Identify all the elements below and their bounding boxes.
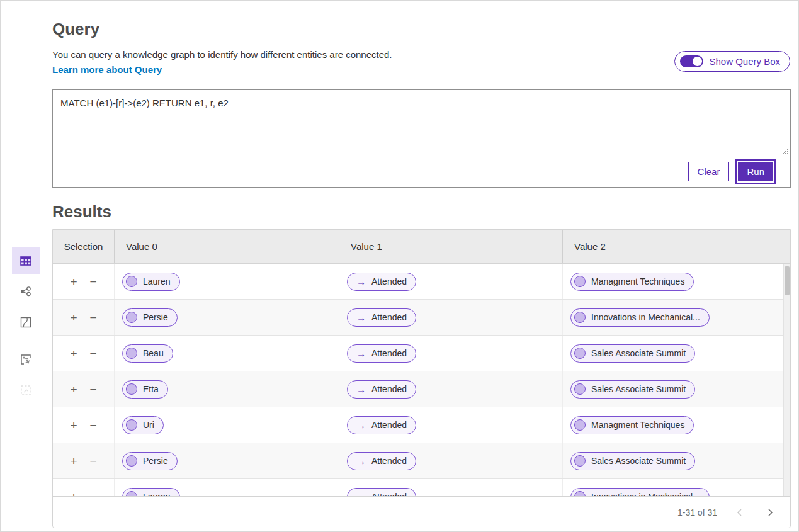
entity-pill[interactable]: Uri	[122, 416, 164, 434]
table-scrollbar[interactable]	[783, 264, 790, 496]
value1-cell: → Attended	[339, 336, 563, 371]
relationship-label: Attended	[371, 492, 407, 496]
next-page-button[interactable]	[762, 505, 778, 520]
selection-cell: + −	[53, 264, 115, 299]
entity-pill[interactable]: Sales Associate Summit	[570, 344, 695, 363]
entity-pill[interactable]: Sales Associate Summit	[570, 452, 695, 470]
query-input[interactable]: MATCH (e1)-[r]->(e2) RETURN e1, r, e2	[53, 90, 790, 156]
entity-node-icon	[574, 455, 586, 467]
entity-pill[interactable]: Managment Techniques	[570, 416, 694, 434]
clear-button[interactable]: Clear	[688, 162, 730, 181]
entity-label: Uri	[143, 420, 154, 430]
relationship-label: Attended	[371, 312, 407, 322]
link-chart-icon	[19, 285, 33, 298]
value1-cell: → Attended	[339, 371, 563, 407]
remove-from-selection-button[interactable]: −	[89, 418, 98, 433]
remove-from-selection-button[interactable]: −	[89, 274, 98, 289]
toggle-label: Show Query Box	[709, 56, 780, 67]
add-to-selection-button[interactable]: +	[69, 274, 78, 289]
relationship-pill[interactable]: → Attended	[347, 344, 416, 363]
entity-pill[interactable]: Etta	[122, 380, 168, 399]
relationship-arrow-icon: →	[356, 384, 366, 395]
remove-from-selection-button[interactable]: −	[89, 310, 98, 325]
value2-cell: Managment Techniques	[563, 264, 790, 299]
entity-node-icon	[574, 276, 586, 287]
relationship-pill[interactable]: → Attended	[347, 308, 416, 327]
relationship-pill[interactable]: → Attended	[347, 416, 416, 434]
table-row: + − Etta → Attended Sales Associate Summ…	[53, 371, 790, 407]
previous-page-button[interactable]	[732, 505, 747, 520]
entity-node-icon	[574, 383, 586, 395]
entity-pill[interactable]: Persie	[122, 308, 178, 327]
remove-from-selection-button[interactable]: −	[89, 490, 98, 497]
relationship-arrow-icon: →	[356, 276, 366, 287]
map-icon	[19, 315, 33, 329]
results-panel: Selection Value 0 Value 1 Value 2 + − La…	[52, 229, 791, 528]
add-to-selection-button[interactable]: +	[69, 418, 78, 433]
sidebar-item-table-view[interactable]	[12, 247, 40, 274]
table-row: + − Beau → Attended Sales Associate Summ…	[53, 336, 790, 371]
sidebar-item-new-map	[12, 376, 40, 404]
table-scrollbar-thumb[interactable]	[785, 266, 790, 295]
chevron-right-icon	[765, 507, 775, 518]
resize-handle-icon[interactable]	[781, 147, 789, 154]
add-to-selection-button[interactable]: +	[69, 346, 78, 361]
table-row: + − Lauren → Attended Managment Techniqu…	[53, 264, 790, 300]
relationship-pill[interactable]: → Attended	[347, 452, 416, 470]
results-table-body: + − Lauren → Attended Managment Techniqu…	[53, 264, 790, 496]
show-query-box-toggle[interactable]: Show Query Box	[674, 51, 790, 72]
table-row: + − Uri → Attended Managment Techniques	[53, 407, 790, 443]
entity-label: Lauren	[143, 276, 171, 286]
relationship-arrow-icon: →	[356, 420, 366, 431]
table-row: + − Lauren → Attended Innovations in Mec…	[53, 479, 790, 496]
entity-pill[interactable]: Persie	[122, 452, 178, 470]
learn-more-link[interactable]: Learn more about Query	[52, 64, 162, 75]
value0-cell: Uri	[115, 407, 339, 443]
remove-from-selection-button[interactable]: −	[89, 382, 98, 397]
entity-label: Managment Techniques	[591, 276, 684, 286]
value0-cell: Etta	[115, 371, 339, 407]
sidebar-item-map-view[interactable]	[12, 308, 40, 336]
relationship-pill[interactable]: → Attended	[347, 273, 416, 291]
entity-node-icon	[574, 491, 586, 496]
sidebar-divider	[13, 341, 38, 341]
new-link-chart-icon	[19, 353, 33, 366]
pagination-range: 1-31 of 31	[677, 507, 717, 518]
selection-cell: + −	[53, 371, 115, 407]
value2-cell: Sales Associate Summit	[563, 371, 790, 407]
table-icon	[19, 254, 33, 268]
value1-cell: → Attended	[339, 300, 563, 335]
results-table-header: Selection Value 0 Value 1 Value 2	[53, 230, 790, 264]
entity-label: Innovations in Mechanical...	[591, 312, 700, 322]
entity-pill[interactable]: Beau	[122, 344, 173, 363]
value1-cell: → Attended	[339, 264, 563, 299]
page-description: You can query a knowledge graph to ident…	[52, 49, 392, 60]
add-to-selection-button[interactable]: +	[69, 454, 78, 468]
relationship-pill[interactable]: → Attended	[347, 488, 416, 497]
relationship-arrow-icon: →	[356, 312, 366, 323]
entity-pill[interactable]: Lauren	[122, 273, 180, 291]
query-editor-footer: Clear Run	[53, 156, 790, 187]
entity-pill[interactable]: Sales Associate Summit	[570, 380, 695, 399]
results-table-footer: 1-31 of 31	[53, 496, 790, 528]
entity-label: Beau	[143, 348, 164, 358]
relationship-label: Attended	[371, 384, 407, 394]
relationship-pill[interactable]: → Attended	[347, 380, 416, 399]
toggle-switch-icon[interactable]	[680, 55, 703, 67]
sidebar-item-new-link-chart[interactable]	[12, 346, 40, 373]
entity-pill[interactable]: Lauren	[122, 488, 180, 497]
entity-pill[interactable]: Innovations in Mechanical...	[570, 488, 710, 497]
add-to-selection-button[interactable]: +	[69, 382, 78, 397]
remove-from-selection-button[interactable]: −	[89, 454, 98, 468]
add-to-selection-button[interactable]: +	[69, 310, 78, 325]
sidebar-item-link-chart-view[interactable]	[12, 278, 40, 305]
entity-pill[interactable]: Managment Techniques	[570, 273, 694, 291]
entity-pill[interactable]: Innovations in Mechanical...	[570, 308, 710, 327]
entity-label: Managment Techniques	[591, 420, 684, 430]
value0-cell: Persie	[115, 443, 339, 478]
add-to-selection-button[interactable]: +	[69, 490, 78, 497]
entity-node-icon	[574, 419, 586, 431]
chevron-left-icon	[735, 507, 745, 518]
run-button[interactable]: Run	[738, 162, 773, 181]
remove-from-selection-button[interactable]: −	[89, 346, 98, 361]
